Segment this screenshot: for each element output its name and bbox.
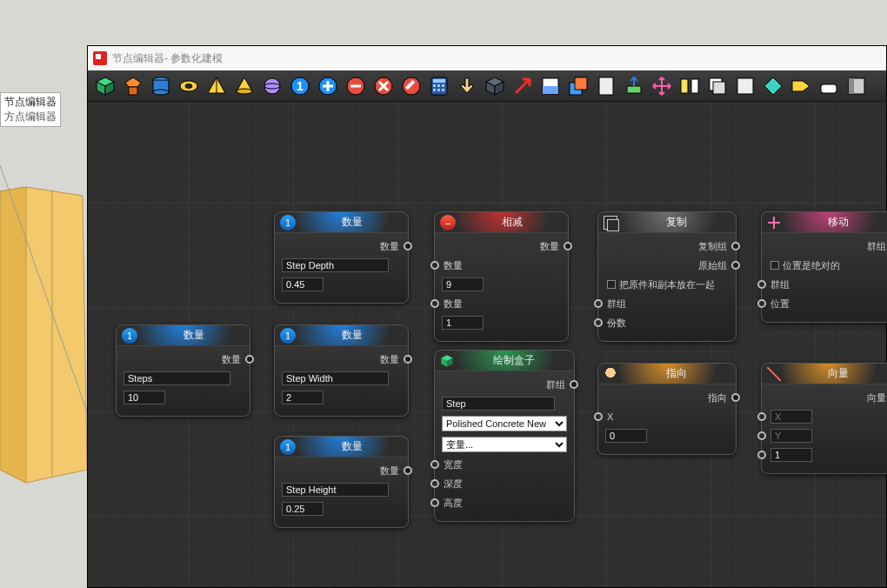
tool-eraser[interactable]	[817, 74, 841, 98]
port-out[interactable]	[403, 355, 412, 364]
input-value[interactable]	[282, 391, 323, 404]
tool-minus-circle[interactable]	[343, 74, 368, 98]
port-in[interactable]	[594, 318, 603, 327]
select-material[interactable]: Polished Concrete New	[442, 416, 567, 431]
tool-cylinder-blue[interactable]	[149, 74, 173, 98]
tool-paint[interactable]	[538, 74, 563, 98]
input-value[interactable]	[282, 277, 323, 291]
input-value[interactable]	[282, 502, 323, 516]
node-toolbar: 1	[88, 70, 886, 102]
node-copy[interactable]: 复制 复制组 原始组 把原件和副本放在一起 群组 份数	[597, 211, 737, 342]
input-x[interactable]	[605, 429, 647, 443]
svg-rect-39	[543, 86, 558, 94]
port-in[interactable]	[757, 431, 766, 440]
port-in[interactable]	[757, 299, 766, 308]
port-in[interactable]	[757, 451, 766, 459]
port-in[interactable]	[430, 299, 439, 308]
window-subtitle: - 参数化建模	[164, 51, 223, 66]
port-out[interactable]	[731, 393, 740, 402]
port-in[interactable]	[757, 412, 766, 421]
tool-layers[interactable]	[566, 74, 590, 98]
tool-torus-yellow[interactable]	[177, 74, 201, 98]
number-icon: 1	[280, 215, 296, 231]
node-move[interactable]: 移动 群组 位置是绝对的 群组 位置	[761, 211, 887, 323]
tool-cone-yellow[interactable]	[232, 74, 257, 98]
copy-icon	[604, 216, 617, 230]
node-point[interactable]: 指向 指向 X	[597, 363, 737, 455]
svg-rect-45	[691, 79, 698, 93]
tool-page[interactable]	[594, 74, 618, 98]
tool-extrude[interactable]	[622, 74, 646, 98]
port-in[interactable]	[757, 280, 766, 289]
input-val2[interactable]	[442, 316, 484, 330]
checkbox[interactable]	[770, 261, 779, 270]
tool-pointer-hand[interactable]	[455, 74, 479, 98]
tool-sphere-purple[interactable]	[260, 74, 284, 98]
window-titlebar[interactable]: 节点编辑器 - 参数化建模	[88, 46, 886, 70]
input-label[interactable]	[282, 371, 389, 385]
svg-rect-42	[599, 77, 613, 95]
port-out[interactable]	[564, 242, 572, 251]
tool-prism-orange[interactable]	[121, 74, 145, 98]
number-icon: 1	[280, 439, 296, 455]
move-icon	[767, 216, 781, 230]
tool-pyramid-yellow[interactable]	[204, 74, 229, 98]
tool-stack[interactable]	[705, 74, 730, 98]
port-out[interactable]	[731, 242, 740, 251]
checkbox[interactable]	[607, 280, 616, 289]
tool-swatch[interactable]	[677, 74, 702, 98]
port-in[interactable]	[430, 460, 439, 469]
input-box-name[interactable]	[442, 397, 555, 411]
port-out[interactable]	[403, 242, 412, 251]
tool-move-cross[interactable]	[650, 74, 674, 98]
number-icon: 1	[122, 328, 137, 344]
number-icon: 1	[280, 328, 296, 344]
tool-arrow-out[interactable]	[510, 74, 535, 98]
port-out[interactable]	[245, 355, 254, 364]
svg-rect-43	[627, 86, 641, 93]
node-number-width[interactable]: 1数量 数量	[274, 324, 409, 417]
svg-rect-47	[713, 82, 725, 94]
node-number-steps[interactable]: 1数量 数量	[116, 324, 250, 417]
tool-cube-green[interactable]	[93, 74, 117, 98]
tool-tag[interactable]	[789, 74, 813, 98]
port-out[interactable]	[731, 261, 740, 270]
tool-plus-circle[interactable]	[316, 74, 340, 98]
port-in[interactable]	[430, 479, 439, 488]
node-draw-box[interactable]: 绘制盒子 群组 Polished Concrete New 变量... 宽度 深…	[434, 350, 575, 522]
port-out[interactable]	[403, 466, 412, 475]
svg-point-13	[185, 84, 192, 88]
node-vector[interactable]: 向量 向量	[761, 363, 887, 474]
port-in[interactable]	[594, 299, 603, 308]
port-in[interactable]	[430, 498, 439, 507]
input-label[interactable]	[123, 371, 230, 385]
input-vz[interactable]	[770, 448, 812, 462]
tool-calculator[interactable]	[427, 74, 451, 98]
tool-diamond[interactable]	[761, 74, 785, 98]
hand-icon	[604, 367, 617, 381]
input-label[interactable]	[282, 258, 389, 272]
tool-panel[interactable]	[844, 74, 869, 98]
svg-rect-34	[442, 89, 444, 91]
port-in[interactable]	[594, 412, 603, 421]
cube-icon	[440, 354, 454, 368]
input-val1[interactable]	[442, 277, 484, 291]
tool-cancel-circle[interactable]	[371, 74, 396, 98]
input-vy[interactable]	[770, 429, 812, 443]
node-number-height[interactable]: 1数量 数量	[274, 436, 409, 528]
svg-rect-51	[821, 84, 837, 93]
node-number-depth[interactable]: 1数量 数量	[274, 211, 409, 304]
tool-number-one[interactable]: 1	[288, 74, 312, 98]
tool-cube-wire[interactable]	[483, 74, 507, 98]
select-layer[interactable]: 变量...	[442, 437, 567, 452]
input-label[interactable]	[282, 483, 389, 497]
node-subtract[interactable]: –相减 数量 数量 数量	[434, 211, 569, 342]
tool-box[interactable]	[733, 74, 757, 98]
tool-pencil[interactable]	[399, 74, 423, 98]
node-canvas[interactable]: 1数量 数量 1数量 数量 1数量 数量	[88, 102, 886, 587]
input-value[interactable]	[123, 391, 165, 404]
port-out[interactable]	[570, 380, 578, 389]
tooltip-node-editor: 节点编辑器 方点编辑器	[0, 92, 61, 127]
input-vx[interactable]	[770, 410, 812, 424]
port-in[interactable]	[430, 261, 439, 270]
